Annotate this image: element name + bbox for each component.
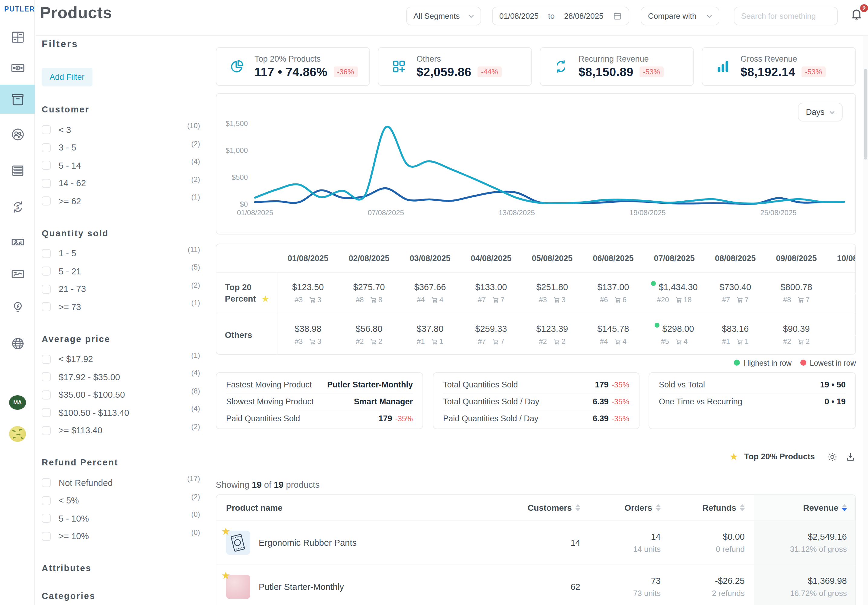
checkbox[interactable] xyxy=(42,514,51,523)
search-input[interactable] xyxy=(741,11,820,20)
checkbox[interactable] xyxy=(42,126,51,135)
filter-option-label: $35.00 - $100.50 xyxy=(59,390,125,400)
sidebar-item-insights[interactable] xyxy=(0,293,35,321)
checkbox[interactable] xyxy=(42,355,51,364)
checkbox[interactable] xyxy=(42,478,51,487)
cart-icon xyxy=(675,338,682,345)
filter-option-label: >= 73 xyxy=(59,302,81,312)
app: PUTLER $ MA Products All Segments 01/08/… xyxy=(0,0,868,605)
filter-option: >= 62(1) xyxy=(42,192,200,210)
emoji-avatar[interactable] xyxy=(9,426,26,442)
column-header-product-name[interactable]: Product name xyxy=(216,503,521,512)
checkbox[interactable] xyxy=(42,391,51,400)
subscriptions-icon: $ xyxy=(10,199,25,214)
column-header-customers[interactable]: Customers xyxy=(521,503,590,512)
add-filter-button[interactable]: Add Filter xyxy=(42,68,93,87)
stat-card-others: Others$2,059.86-44% xyxy=(378,47,532,86)
product-row[interactable]: ★Putler Starter-Monthly627373 units-$26.… xyxy=(216,565,855,605)
sales-icon xyxy=(10,60,25,75)
date-column-header: 08/08/2025 xyxy=(705,254,766,263)
cart-icon xyxy=(492,296,499,303)
user-avatar[interactable]: MA xyxy=(9,395,26,410)
cart-icon xyxy=(614,296,622,303)
top20-toggle[interactable]: ★ Top 20% Products xyxy=(730,451,820,462)
checkbox[interactable] xyxy=(42,302,51,312)
filter-option: 14 - 62(2) xyxy=(42,174,200,192)
chart-period-value: Days xyxy=(806,108,825,116)
filter-group-attributes: Attributes xyxy=(42,563,200,573)
date-range-picker[interactable]: 01/08/2025 to 28/08/2025 xyxy=(492,7,629,25)
sidebar-item-customers[interactable] xyxy=(0,119,35,149)
product-thumbnail: ★ xyxy=(226,531,250,555)
notifications-button[interactable]: 2 xyxy=(850,7,866,24)
column-header-refunds[interactable]: Refunds xyxy=(670,503,754,512)
svg-text:13/08/2025: 13/08/2025 xyxy=(499,208,535,217)
sidebar-item-products[interactable] xyxy=(0,85,35,113)
download-icon[interactable] xyxy=(845,451,856,462)
summary-row: Fastest Moving ProductPutler Starter-Mon… xyxy=(226,376,413,393)
checkbox[interactable] xyxy=(42,249,51,258)
sidebar-item-subscriptions[interactable]: $ xyxy=(0,192,35,221)
date-from: 01/08/2025 xyxy=(499,11,539,20)
segments-select[interactable]: All Segments xyxy=(406,7,481,25)
filter-option-label: 5 - 10% xyxy=(59,514,89,523)
date-table-row: Top 20 Percent ★$123.50#33$275.70#88$367… xyxy=(216,272,856,314)
summary-value: 19 • 50 xyxy=(820,380,846,389)
date-cell: $56.80#22 xyxy=(338,324,400,346)
sidebar-item-audience[interactable] xyxy=(0,227,35,256)
orders-icon xyxy=(10,163,25,178)
summary-label: Paid Quantities Sold / Day xyxy=(443,414,538,423)
checkbox[interactable] xyxy=(42,161,51,170)
sidebar-item-orders[interactable] xyxy=(0,156,35,185)
product-row[interactable]: ★Ergonomic Rubber Pants141414 units$0.00… xyxy=(216,521,855,565)
page-scrollbar-thumb[interactable] xyxy=(864,69,867,160)
summary-change: -35% xyxy=(395,415,413,423)
cart-icon xyxy=(614,338,622,345)
checkbox[interactable] xyxy=(42,372,51,382)
filter-option-count: (0) xyxy=(191,528,200,537)
checkbox[interactable] xyxy=(42,197,51,206)
stat-value: $8,192.14 xyxy=(741,65,795,79)
sidebar-item-trends[interactable] xyxy=(0,259,35,288)
sidebar-item-web-analytics[interactable] xyxy=(0,329,35,358)
sidebar-item-dashboard[interactable] xyxy=(0,22,35,51)
column-header-orders[interactable]: Orders xyxy=(590,503,670,512)
customers-value: 14 xyxy=(570,538,580,548)
filter-option-label: 21 - 73 xyxy=(59,284,86,294)
star-icon: ★ xyxy=(221,525,231,538)
date-cell: $90.39#22 xyxy=(766,324,827,346)
cart-icon xyxy=(797,296,804,303)
customers-icon xyxy=(10,127,25,142)
checkbox[interactable] xyxy=(42,496,51,505)
chart-period-select[interactable]: Days xyxy=(798,103,843,121)
checkbox[interactable] xyxy=(42,285,51,294)
filter-group-title: Categories xyxy=(42,591,200,601)
filters-title: Filters xyxy=(42,39,200,50)
checkbox[interactable] xyxy=(42,143,51,152)
orders-hash: #4 xyxy=(600,337,608,346)
checkbox[interactable] xyxy=(42,532,51,541)
line-chart: $1,500$1,000$500$001/08/202507/08/202513… xyxy=(216,94,855,234)
filter-option-count: (2) xyxy=(191,492,200,501)
orders-hash: #4 xyxy=(417,296,425,304)
column-header-revenue[interactable]: Revenue xyxy=(754,495,856,520)
date-cell: $259.33#77 xyxy=(460,324,522,346)
summary-row: Slowest Moving ProductSmart Manager xyxy=(226,393,413,410)
checkbox[interactable] xyxy=(42,179,51,188)
settings-gear-icon[interactable] xyxy=(827,451,838,462)
filter-option-count: (8) xyxy=(191,386,200,395)
checkbox[interactable] xyxy=(42,408,51,417)
date-cell: $298.00#54 xyxy=(644,324,705,346)
sidebar-item-sales[interactable] xyxy=(0,53,35,82)
filter-option: >= $113.40(2) xyxy=(42,422,200,439)
compare-with-select[interactable]: Compare with xyxy=(641,7,719,25)
checkbox[interactable] xyxy=(42,426,51,435)
filter-option-label: < $17.92 xyxy=(59,354,93,364)
summary-value: 6.39-35% xyxy=(593,397,629,406)
filter-option-count: (1) xyxy=(191,299,200,307)
orders-hash: #5 xyxy=(661,337,669,346)
checkbox[interactable] xyxy=(42,267,51,276)
filter-option-count: (0) xyxy=(191,510,200,518)
filter-option-label: 14 - 62 xyxy=(59,178,86,188)
orders-hash: #2 xyxy=(783,337,791,346)
